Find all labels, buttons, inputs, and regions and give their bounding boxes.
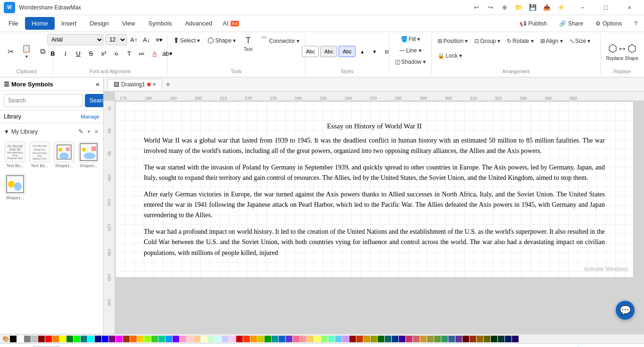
styles-scroll-up[interactable]: ▲ <box>356 46 368 57</box>
help-button[interactable]: ? <box>629 18 642 29</box>
font-family-select[interactable]: Arial <box>47 34 104 45</box>
color-swatch[interactable] <box>194 336 200 342</box>
style-abc-3[interactable]: Abc <box>339 46 355 57</box>
align-dropdown[interactable]: ⊞ Align ▾ <box>537 36 566 46</box>
color-swatch[interactable] <box>328 336 335 342</box>
styles-scroll-down[interactable]: ▼ <box>369 46 380 57</box>
symbols-toggle-icon[interactable]: ☰ <box>4 81 9 88</box>
color-swatch[interactable] <box>484 336 490 342</box>
color-swatch[interactable] <box>392 336 398 342</box>
menu-advanced[interactable]: Advanced <box>178 17 219 30</box>
color-swatch[interactable] <box>173 336 179 342</box>
tab-close-icon[interactable]: × <box>153 81 156 88</box>
export-btn[interactable]: 📤 <box>540 2 553 13</box>
menu-file[interactable]: File <box>2 17 25 30</box>
style-abc-2[interactable]: Abc <box>320 46 337 57</box>
my-library-add-btn[interactable]: + <box>86 127 92 136</box>
font-size-select[interactable]: 12 <box>105 34 127 45</box>
color-swatch[interactable] <box>45 336 52 342</box>
color-swatch[interactable] <box>74 336 80 342</box>
color-swatch[interactable] <box>335 336 342 342</box>
color-swatch[interactable] <box>187 336 193 342</box>
shape-item-shape-3[interactable]: Shape1... <box>4 172 26 202</box>
minimize-btn[interactable]: − <box>571 0 593 15</box>
manage-link[interactable]: Manage <box>81 114 99 119</box>
decrease-font-btn[interactable]: A↓ <box>141 34 152 45</box>
shape-dropdown[interactable]: ⬡ Shape ▾ <box>205 34 239 47</box>
my-library-close-btn[interactable]: × <box>93 127 99 136</box>
color-swatch[interactable] <box>215 336 222 342</box>
color-swatch[interactable] <box>151 336 158 342</box>
color-swatch[interactable] <box>293 336 299 342</box>
color-swatch[interactable] <box>236 336 243 342</box>
color-swatch[interactable] <box>378 336 384 342</box>
search-input[interactable] <box>4 94 83 107</box>
color-swatch[interactable] <box>434 336 441 342</box>
color-swatch[interactable] <box>116 336 123 342</box>
color-swatch[interactable] <box>165 336 172 342</box>
shape-item-shape-1[interactable]: Shape1... <box>53 140 75 170</box>
color-swatch[interactable] <box>257 336 264 342</box>
shape-item-textbox-2[interactable]: On the job from for the previous text Re… <box>28 140 51 170</box>
color-swatch[interactable] <box>448 336 455 342</box>
search-button[interactable]: Search <box>85 94 104 107</box>
color-swatch[interactable] <box>371 336 377 342</box>
size-dropdown[interactable]: ⤡ Size ▾ <box>567 36 594 46</box>
color-swatch[interactable] <box>385 336 391 342</box>
group-dropdown[interactable]: ⊡ Group ▾ <box>471 36 503 46</box>
bold-btn[interactable]: B <box>47 48 58 59</box>
color-swatch[interactable] <box>498 336 504 342</box>
color-swatch[interactable] <box>52 336 59 342</box>
color-swatch[interactable] <box>455 336 462 342</box>
color-swatch[interactable] <box>222 336 229 342</box>
color-swatch[interactable] <box>462 336 469 342</box>
canvas-wrapper[interactable]: 1701801902002102202302402502602702802903… <box>104 92 644 334</box>
cut-btn[interactable]: ✂ <box>3 45 18 58</box>
color-swatch[interactable] <box>24 336 31 342</box>
line-dropdown[interactable]: — Line ▾ <box>396 45 424 56</box>
color-swatch[interactable] <box>229 336 236 342</box>
save-btn[interactable]: 💾 <box>526 2 539 13</box>
position-dropdown[interactable]: ⊞ Position ▾ <box>435 36 471 46</box>
color-swatch[interactable] <box>109 336 116 342</box>
fill-dropdown[interactable]: 🪣 Fill ▾ <box>398 34 423 44</box>
color-swatch[interactable] <box>286 336 292 342</box>
maximize-btn[interactable]: □ <box>595 0 617 15</box>
color-swatch[interactable] <box>264 336 271 342</box>
color-btn[interactable]: A <box>149 48 160 59</box>
new-btn[interactable]: ⊕ <box>498 2 511 13</box>
color-swatch[interactable] <box>88 336 94 342</box>
color-swatch[interactable] <box>477 336 483 342</box>
color-swatch[interactable] <box>314 336 321 342</box>
color-swatch[interactable] <box>250 336 257 342</box>
drawing-tab[interactable]: 🖼 Drawing1 × <box>107 79 162 90</box>
color-swatch[interactable] <box>413 336 420 342</box>
list-btn[interactable]: ≔ <box>136 48 148 59</box>
color-swatch[interactable] <box>208 336 215 342</box>
color-swatch[interactable] <box>102 336 108 342</box>
color-swatch[interactable] <box>349 336 356 342</box>
underline-btn[interactable]: U <box>73 48 84 59</box>
color-swatch[interactable] <box>130 336 137 342</box>
superscript-btn[interactable]: x² <box>98 48 109 59</box>
color-swatch[interactable] <box>38 336 45 342</box>
color-swatch[interactable] <box>137 336 144 342</box>
shadow-dropdown[interactable]: ◫ Shadow ▾ <box>392 57 429 67</box>
color-swatch[interactable] <box>363 336 370 342</box>
sidebar-collapse-btn[interactable]: « <box>96 80 99 88</box>
subscript-btn[interactable]: x₂ <box>111 48 122 59</box>
connector-dropdown[interactable]: ⌒ Connector ▾ <box>257 34 302 48</box>
open-btn[interactable]: 📁 <box>512 2 525 13</box>
italic-btn[interactable]: I <box>60 48 71 59</box>
color-palette-icon[interactable]: 🎨 <box>2 335 9 343</box>
text-format-btn[interactable]: T <box>124 48 135 59</box>
color-swatch[interactable] <box>279 336 285 342</box>
color-swatch[interactable] <box>95 336 101 342</box>
select-dropdown[interactable]: ⬆ Select ▾ <box>170 34 203 47</box>
color-swatch[interactable] <box>201 336 207 342</box>
color-swatch[interactable] <box>81 336 87 342</box>
text-btn[interactable]: T Text <box>240 34 256 54</box>
color-swatch[interactable] <box>342 336 349 342</box>
strikethrough-btn[interactable]: S <box>85 48 97 59</box>
color-swatch[interactable] <box>243 336 250 342</box>
